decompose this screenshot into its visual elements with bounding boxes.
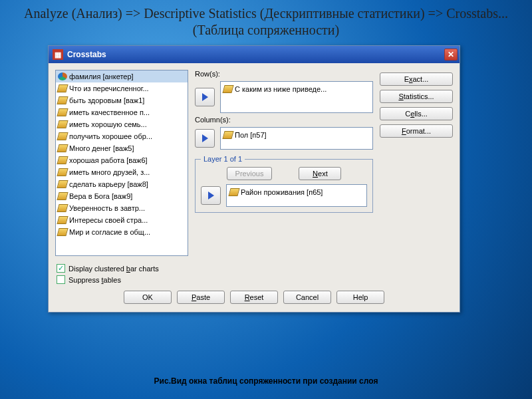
layer-box[interactable]: Район проживания [п65] [226, 184, 367, 207]
variable-item[interactable]: сделать карьеру [важ8] [56, 178, 188, 190]
cells-button[interactable]: Cells... [380, 107, 453, 120]
titlebar[interactable]: ▦ Crosstabs ✕ [49, 46, 460, 63]
rows-box[interactable]: С каким из ниже приведе... [220, 81, 373, 113]
paste-button[interactable]: Paste [177, 291, 225, 304]
item-label: Много денег [важ5] [69, 144, 134, 152]
dialog-title: Crosstabs [67, 50, 444, 59]
slide-title: Analyze (Анализ) => Descriptive Statisti… [0, 0, 532, 41]
scale-icon [57, 216, 68, 224]
move-to-rows-button[interactable] [195, 88, 215, 106]
item-label: Уверенность в завтр... [69, 204, 145, 212]
item-label: Вера в Бога [важ9] [69, 192, 132, 200]
variable-item[interactable]: иметь хорошую семь... [56, 118, 188, 130]
scale-icon [57, 132, 68, 140]
crosstabs-dialog: ▦ Crosstabs ✕ фамилия [анкетер]Что из пе… [48, 45, 460, 313]
arrow-right-icon [202, 93, 208, 101]
variable-item[interactable]: Уверенность в завтр... [56, 202, 188, 214]
statistics-button[interactable]: Statistics... [380, 90, 453, 103]
columns-box[interactable]: Пол [п57] [220, 127, 373, 150]
item-label: хорошая работа [важ6] [69, 156, 148, 164]
help-button[interactable]: Help [336, 291, 384, 304]
scale-icon [57, 228, 68, 236]
scale-icon [57, 168, 68, 176]
variable-item[interactable]: Интересы своей стра... [56, 214, 188, 226]
close-icon[interactable]: ✕ [444, 49, 458, 61]
scale-icon [57, 204, 68, 212]
item-label: иметь качественное п... [69, 108, 150, 116]
scale-icon [57, 120, 68, 128]
layer-legend: Layer 1 of 1 [201, 155, 245, 163]
variable-item[interactable]: быть здоровым [важ1] [56, 94, 188, 106]
scale-icon [57, 192, 68, 200]
checkbox-label: Display clustered bar charts [68, 265, 159, 273]
scale-icon [228, 188, 239, 196]
suppress-tables-checkbox[interactable]: Suppress tables [57, 275, 452, 284]
format-button[interactable]: Format... [380, 124, 453, 138]
next-button[interactable]: Next [299, 167, 341, 180]
cancel-button[interactable]: Cancel [283, 291, 331, 304]
variable-item[interactable]: Мир и согласие в общ... [56, 226, 188, 238]
item-label: Мир и согласие в общ... [69, 228, 150, 236]
item-label: фамилия [анкетер] [69, 72, 134, 80]
target-item[interactable]: С каким из ниже приведе... [222, 83, 371, 94]
variable-item[interactable]: иметь много друзей, з... [56, 166, 188, 178]
checkbox-icon [57, 275, 65, 284]
arrow-right-icon [208, 192, 214, 200]
item-label: иметь хорошую семь... [69, 120, 147, 128]
nominal-icon [58, 72, 67, 80]
item-label: Район проживания [п65] [241, 188, 323, 196]
variable-item[interactable]: Вера в Бога [важ9] [56, 190, 188, 202]
item-label: Что из перечисленног... [69, 84, 149, 92]
item-label: сделать карьеру [важ8] [69, 180, 148, 188]
item-label: С каким из ниже приведе... [235, 85, 327, 93]
variable-item[interactable]: получить хорошее обр... [56, 130, 188, 142]
variable-item[interactable]: хорошая работа [важ6] [56, 154, 188, 166]
variable-list[interactable]: фамилия [анкетер]Что из перечисленног...… [55, 70, 188, 256]
variable-item[interactable]: Что из перечисленног... [56, 82, 188, 94]
item-label: Пол [п57] [235, 131, 267, 139]
item-label: получить хорошее обр... [69, 132, 152, 140]
checkbox-label: Suppress tables [68, 276, 121, 284]
move-to-layer-button[interactable] [201, 186, 221, 205]
variable-item[interactable]: иметь качественное п... [56, 106, 188, 118]
arrow-right-icon [202, 134, 208, 142]
scale-icon [57, 96, 68, 104]
ok-button[interactable]: OK [124, 291, 172, 304]
dialog-footer: OK Paste Reset Cancel Help [49, 285, 460, 312]
scale-icon [57, 144, 68, 152]
exact-button[interactable]: Exact... [380, 72, 453, 86]
target-item[interactable]: Пол [п57] [222, 129, 371, 140]
reset-button[interactable]: Reset [230, 291, 278, 304]
app-icon: ▦ [53, 49, 63, 60]
slide-caption: Рис.Вид окна таблиц сопряженности при со… [0, 376, 532, 386]
previous-button: Previous [227, 167, 273, 180]
scale-icon [57, 156, 68, 164]
scale-icon [57, 84, 68, 92]
variable-item[interactable]: Много денег [важ5] [56, 142, 188, 154]
layer-group: Layer 1 of 1 Previous Next Район прожива… [195, 155, 373, 213]
move-to-cols-button[interactable] [195, 129, 215, 148]
checkbox-icon: ✓ [57, 264, 65, 273]
scale-icon [57, 108, 68, 116]
scale-icon [57, 180, 68, 188]
variable-item[interactable]: фамилия [анкетер] [56, 70, 188, 82]
item-label: иметь много друзей, з... [69, 168, 150, 176]
target-item[interactable]: Район проживания [п65] [228, 186, 365, 198]
display-clustered-checkbox[interactable]: ✓ Display clustered bar charts [57, 264, 452, 273]
scale-icon [222, 85, 233, 93]
rows-label: Row(s): [195, 70, 373, 78]
columns-label: Column(s): [195, 116, 373, 124]
scale-icon [222, 131, 233, 139]
item-label: Интересы своей стра... [69, 216, 148, 224]
item-label: быть здоровым [важ1] [69, 96, 144, 104]
